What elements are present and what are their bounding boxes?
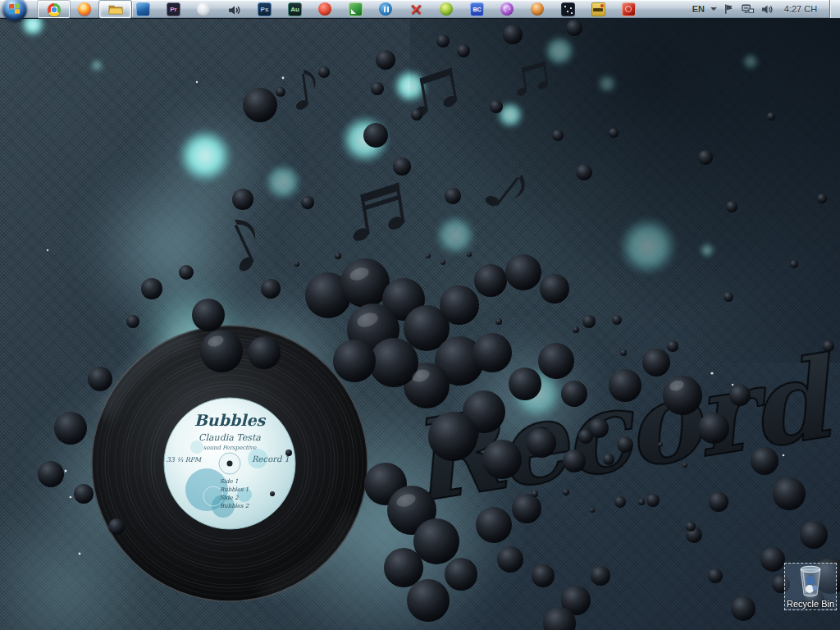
recycle-bin-label: Recycle Bin xyxy=(787,599,834,609)
recycle-bin-icon[interactable]: Recycle Bin xyxy=(784,563,837,610)
blue-pause-icon xyxy=(379,2,392,16)
red-x-icon xyxy=(409,2,423,16)
folder-explorer-icon xyxy=(108,3,123,16)
recycle-bin-glyph xyxy=(796,564,825,598)
taskbar-button-explorer[interactable] xyxy=(99,1,131,18)
orange-globe-icon xyxy=(531,2,544,16)
taskbar-icon-premiere[interactable]: Pr xyxy=(167,2,180,16)
action-center-flag-icon[interactable] xyxy=(723,2,735,16)
taskbar: Pr Ps Au BC EN xyxy=(0,0,840,19)
taskbar-icon-media-folder-app[interactable] xyxy=(591,2,605,16)
label-track: Side 2 xyxy=(220,495,239,501)
label-speed: 33 ⅓ RPM xyxy=(167,456,203,463)
start-button[interactable] xyxy=(2,0,27,21)
taskbar-icon-capture-app[interactable] xyxy=(349,2,363,16)
record-label: Bubbles Claudia Testa sound Perspective … xyxy=(164,398,295,529)
wallpaper: Bubbles Claudia Testa sound Perspective … xyxy=(0,18,840,630)
network-icon[interactable] xyxy=(741,2,755,16)
taskbar-icon-red-sphere-app[interactable] xyxy=(318,2,332,16)
volume-icon[interactable] xyxy=(760,3,774,16)
desktop[interactable]: Bubbles Claudia Testa sound Perspective … xyxy=(0,18,840,630)
music-note-icon xyxy=(345,183,409,244)
green-globe-icon xyxy=(440,2,453,16)
taskbar-icon-purple-player-app[interactable] xyxy=(500,2,514,16)
taskbar-icon-photoshop[interactable]: Ps xyxy=(258,2,272,16)
dark-tile-icon xyxy=(561,2,575,16)
yellow-media-icon xyxy=(591,2,605,16)
taskbar-icon-audition[interactable]: Au xyxy=(288,2,302,16)
taskbar-icon-bc-app[interactable]: BC xyxy=(470,2,484,16)
language-indicator[interactable]: EN xyxy=(692,4,705,14)
label-artist: Claudia Testa xyxy=(199,432,261,443)
speaker-icon xyxy=(227,3,241,17)
taskbar-button-chrome[interactable] xyxy=(38,1,70,18)
green-capture-icon xyxy=(349,2,363,16)
label-track: Side 1 xyxy=(220,478,238,485)
label-subtitle: sound Perspective xyxy=(203,445,258,451)
red-sphere-icon xyxy=(318,2,331,16)
label-disc: Record 1 xyxy=(252,454,290,463)
spindle-hole xyxy=(227,461,233,467)
show-desktop-button[interactable] xyxy=(829,0,840,18)
red-badge-icon xyxy=(622,2,636,16)
label-track: Bubbles 2 xyxy=(220,503,249,509)
chrome-icon xyxy=(48,3,61,16)
taskbar-icon-red-badge-app[interactable] xyxy=(622,2,636,16)
taskbar-button-firefox[interactable] xyxy=(72,1,97,16)
taskbar-clock[interactable]: 4:27 CH xyxy=(779,4,822,14)
taskbar-icon-blue-media-app[interactable] xyxy=(136,2,150,16)
taskbar-icon-green-globe-app[interactable] xyxy=(440,2,454,16)
quick-launch-bar: Pr Ps Au BC xyxy=(136,0,636,18)
taskbar-separator xyxy=(131,2,132,16)
desktop-screen: Bubbles Claudia Testa sound Perspective … xyxy=(0,0,840,630)
purple-swirl-icon xyxy=(500,2,514,16)
bc-icon: BC xyxy=(470,2,484,16)
photoshop-icon: Ps xyxy=(258,2,272,16)
label-track: Bubbles 1 xyxy=(220,486,249,493)
taskbar-icon-dark-tile-app[interactable] xyxy=(561,2,575,16)
white-cone-icon xyxy=(197,2,210,16)
chevron-down-icon[interactable] xyxy=(710,7,717,11)
taskbar-icon-speaker-app[interactable] xyxy=(227,2,241,16)
firefox-icon xyxy=(78,2,91,16)
label-title: Bubbles xyxy=(194,411,267,429)
system-tray: EN 4:27 CH xyxy=(692,0,840,18)
taskbar-icon-pause-media-app[interactable] xyxy=(379,2,393,16)
audition-icon: Au xyxy=(288,2,302,16)
blue-app-icon xyxy=(136,2,150,16)
windows-flag-icon xyxy=(9,3,21,15)
music-note-icon xyxy=(290,68,319,112)
taskbar-icon-red-x-app[interactable] xyxy=(409,2,423,16)
taskbar-icon-orange-globe-app[interactable] xyxy=(531,2,545,16)
taskbar-icon-white-shell-app[interactable] xyxy=(197,2,211,16)
premiere-icon: Pr xyxy=(167,2,180,16)
